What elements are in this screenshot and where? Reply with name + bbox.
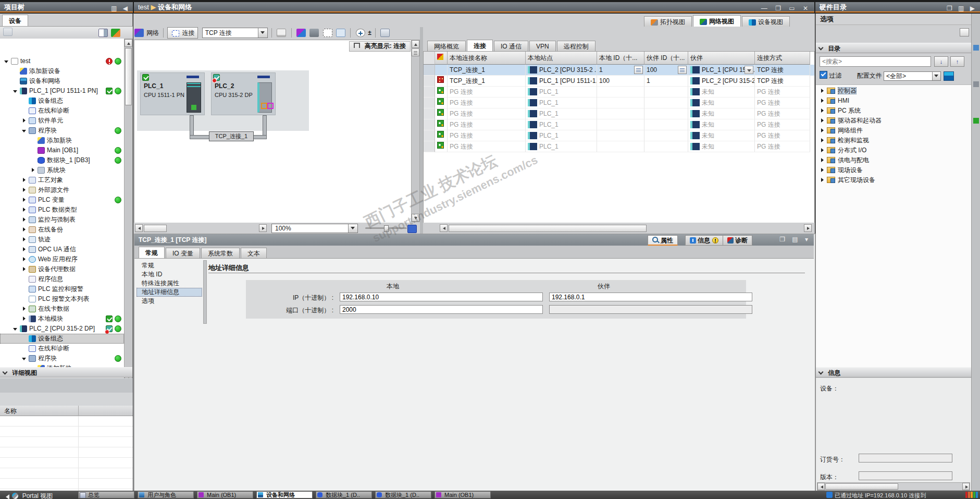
scroll-left-icon[interactable] [817, 483, 825, 490]
inspector-button-属性[interactable]: 属性 [648, 235, 678, 246]
table-tab-VPN[interactable]: VPN [529, 41, 556, 51]
taskbar-item-用户与角色[interactable]: 用户与角色 [138, 491, 194, 498]
split-pane-icon[interactable] [336, 29, 345, 37]
local-station-cell[interactable]: PLC_1 [526, 87, 597, 98]
dropdown-arrow-icon[interactable] [348, 224, 357, 233]
scroll-left-icon[interactable] [440, 224, 448, 232]
table-tab-网络概览[interactable]: 网络概览 [427, 41, 466, 51]
row-selector[interactable] [424, 108, 435, 119]
expand-arrow-icon[interactable] [21, 177, 28, 184]
highlight-pin-icon[interactable] [354, 43, 360, 48]
inspector-tab-IO 变量[interactable]: IO 变量 [166, 248, 200, 258]
local-id-cell[interactable] [597, 108, 644, 119]
version-field[interactable] [859, 471, 952, 480]
local-id-cell[interactable] [597, 141, 644, 152]
partner-id-cell[interactable] [644, 108, 688, 119]
catalog-item[interactable]: 网络组件 [816, 126, 971, 136]
connection-name-cell[interactable]: TCP_连接_1 [448, 76, 526, 87]
expand-arrow-icon[interactable] [819, 157, 826, 164]
taskbar-item-Main (OB1)[interactable]: Main (OB1) [435, 491, 491, 498]
connection-name-cell[interactable]: PG 连接 [448, 119, 526, 130]
row-selector[interactable] [424, 119, 435, 130]
dropdown-arrow-icon[interactable] [932, 72, 940, 80]
network-mode-label[interactable]: 网络 [146, 29, 159, 36]
connections-mode-icon[interactable] [172, 30, 179, 36]
ip-partner-field[interactable] [549, 293, 752, 301]
tab-devices[interactable]: 设备 [2, 15, 29, 26]
local-station-cell[interactable]: PLC_1 [526, 130, 597, 141]
partner-cell[interactable]: PLC_2 [CPU 315-2 ... [688, 76, 755, 87]
options-tool-icon[interactable] [960, 28, 969, 36]
inspector-tab-常规[interactable]: 常规 [139, 247, 165, 258]
catalog-item[interactable]: 现场设备 [816, 165, 971, 175]
plc2-module-image[interactable] [257, 82, 272, 113]
export-table-icon[interactable] [380, 29, 390, 37]
expand-arrow-icon[interactable] [21, 306, 28, 312]
catalog-item[interactable]: HMI [816, 96, 971, 106]
inspector-panel-icons[interactable]: ❐ ▤ ▾ [779, 236, 811, 243]
partner-id-cell[interactable] [644, 87, 688, 98]
row-selector[interactable] [424, 98, 435, 108]
inspector-tab-系统常数[interactable]: 系统常数 [201, 248, 240, 258]
tree-item[interactable]: PLC 数据类型 [0, 205, 124, 215]
tree-item[interactable]: 设备组态 [0, 334, 124, 344]
tree-item[interactable]: 在线和诊断 [0, 106, 124, 116]
catalog-item[interactable]: 控制器 [816, 86, 971, 96]
zoom-select[interactable]: 100% [271, 224, 358, 233]
collapse-arrow-icon[interactable] [3, 58, 10, 65]
task-card-icon[interactable] [973, 118, 979, 124]
collapse-arrow-icon[interactable] [21, 355, 28, 362]
view-button-netv[interactable]: 网络视图 [693, 15, 741, 27]
inspector-nav-常规[interactable]: 常规 [137, 261, 202, 270]
zoom-save-icon[interactable]: ± [368, 29, 371, 36]
splitter-handle-icon[interactable] [412, 48, 419, 56]
tree-item[interactable]: 添加新块 [0, 136, 124, 145]
table-tab-远程控制[interactable]: 远程控制 [557, 41, 596, 51]
portal-view-button[interactable]: Portal 视图 [3, 492, 53, 499]
id-list-button[interactable] [678, 66, 687, 74]
connections-mode-label[interactable]: 连接 [182, 29, 194, 36]
connection-type-cell[interactable]: PG 连接 [755, 108, 810, 119]
expand-arrow-icon[interactable] [819, 98, 826, 104]
tree-item[interactable]: 在线卡数据 [0, 304, 124, 314]
zoom-slider[interactable] [365, 227, 407, 229]
local-id-cell[interactable] [597, 98, 644, 108]
local-id-cell[interactable] [597, 119, 644, 130]
connection-type-cell[interactable]: TCP 连接 [755, 65, 810, 76]
partner-cell[interactable]: 未知 [688, 108, 755, 119]
tree-item[interactable]: 设备代理数据 [0, 264, 124, 274]
column-header-5[interactable]: 连接方式 [755, 52, 810, 65]
detail-row[interactable] [0, 427, 133, 437]
subnet-port-icon[interactable] [257, 76, 270, 78]
connection-row[interactable]: PG 连接PLC_1未知PG 连接 [424, 130, 814, 141]
network-mode-icon[interactable] [134, 29, 144, 37]
connection-row[interactable]: PG 连接PLC_1未知PG 连接 [424, 108, 814, 119]
search-down-icon[interactable]: ↓ [934, 56, 948, 67]
column-header-3[interactable]: 伙伴 ID（十... [644, 52, 688, 65]
table-tab-连接[interactable]: 连接 [467, 40, 493, 51]
partner-id-cell[interactable]: 1 [644, 76, 688, 87]
connection-row[interactable]: TCP_连接_1PLC_1 [CPU 1511-1...1001PLC_2 [C… [424, 76, 814, 87]
filter-checkbox[interactable] [820, 71, 827, 79]
partner-id-cell[interactable] [644, 98, 688, 108]
port-highlight-magenta-icon[interactable] [267, 103, 274, 109]
local-id-cell[interactable] [597, 87, 644, 98]
tree-item[interactable]: 设备和网络 [0, 76, 124, 86]
expand-arrow-icon[interactable] [819, 167, 826, 174]
local-id-cell[interactable]: 100 [597, 76, 644, 87]
connection-name-cell[interactable]: TCP_连接_1 [448, 65, 526, 76]
hardware-catalog-titlebar-icons[interactable]: ❐ ▥ ▶ [947, 3, 977, 14]
local-id-cell[interactable] [597, 130, 644, 141]
connection-type-cell[interactable]: PG 连接 [755, 87, 810, 98]
task-card-icon[interactable] [973, 81, 979, 87]
connection-row[interactable]: PG 连接PLC_1未知PG 连接 [424, 119, 814, 130]
device-plc1[interactable]: PLC_1 CPU 1511-1 PN [140, 72, 205, 115]
selection-frame-icon[interactable] [323, 29, 332, 37]
inspector-button-诊断[interactable]: 诊断 [723, 235, 752, 246]
column-header-4[interactable]: 伙伴 [688, 52, 755, 65]
scroll-right-icon[interactable] [962, 483, 970, 490]
tree-item[interactable]: PLC_1 [CPU 1511-1 PN] [0, 86, 124, 96]
scroll-thumb[interactable] [449, 225, 647, 232]
local-station-cell[interactable]: PLC_2 [CPU 315-2 ... [526, 65, 597, 76]
detail-row[interactable] [0, 447, 133, 458]
